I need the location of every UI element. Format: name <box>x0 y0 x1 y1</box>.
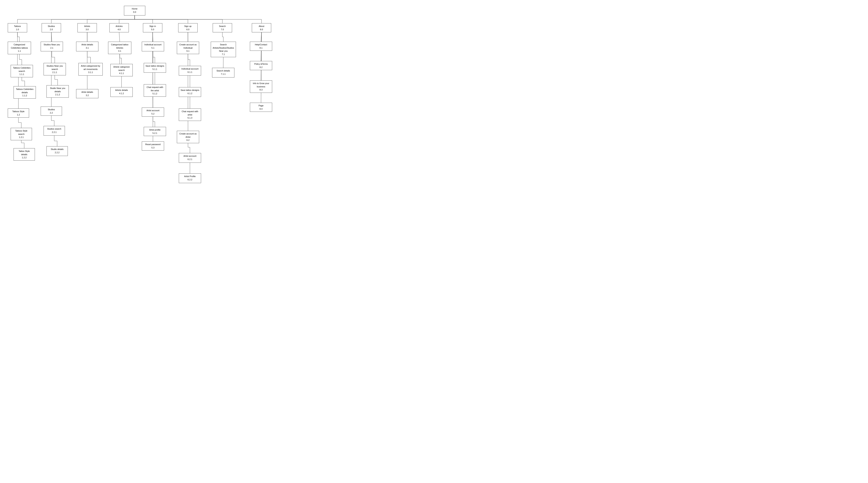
node-num: 5.1 <box>152 47 154 49</box>
node-help: Help/Contact8.1 <box>250 42 272 51</box>
node-num: 8.4 <box>259 108 262 110</box>
node-label: Studios search <box>47 128 61 130</box>
node-articles: Articles4.0 <box>110 23 129 32</box>
node-cat_celeb: Categorized Celebrities tattoos1.1 <box>8 42 31 54</box>
node-home: Home0.0 <box>124 6 145 16</box>
node-num: 6.1.1 <box>187 71 192 73</box>
node-num: 1.1 <box>18 50 21 52</box>
node-num: 6.2.1 <box>187 158 192 160</box>
node-num: 5.1.2 <box>152 92 157 95</box>
node-num: 1.2 <box>17 114 20 116</box>
node-artist_acct_62: Artist account6.2.1 <box>179 153 201 163</box>
node-label: Studio Near you details <box>50 87 65 93</box>
node-page: Page8.4 <box>250 103 272 112</box>
node-label: Save tattoo designs <box>146 65 164 67</box>
node-label: Tattoos Celebrities search <box>13 67 31 72</box>
node-num: 2.0 <box>50 28 53 31</box>
node-tattoo_celeb_s: Tattoos Celebrities search1.1.1 <box>11 65 33 77</box>
node-save_tattoo_61: Save tattoo designs6.1.2 <box>179 87 201 97</box>
node-tattoo_style: Tattoos Style1.2 <box>8 109 29 118</box>
node-label: Page <box>258 104 264 107</box>
node-num: 2.2.2 <box>55 151 59 154</box>
node-num: 4.1 <box>118 50 121 52</box>
node-label: Create account as Individual <box>179 43 196 49</box>
node-num: 2.2.1 <box>52 131 57 133</box>
node-tattoo_celeb_d: Tattoos Celebrities details1.1.2 <box>13 86 36 99</box>
svg-line-61 <box>119 32 120 42</box>
node-num: 3.1.1 <box>88 71 93 73</box>
node-label: Artist details <box>82 91 93 93</box>
node-label: Search <box>219 25 226 27</box>
node-studios: Studios2.0 <box>42 23 61 32</box>
node-chat_51: Chat request with the artist5.1.2 <box>144 84 166 97</box>
svg-line-42 <box>51 32 52 42</box>
node-label: Tattoos <box>14 25 21 27</box>
node-studios_near_s: Studios Near you search2.1.1 <box>43 63 66 76</box>
node-num: 2.1 <box>50 47 53 49</box>
node-label: Search details <box>217 69 230 72</box>
svg-line-97 <box>261 32 262 81</box>
node-label: Tattoos Style <box>12 110 25 113</box>
node-num: 2.1.1 <box>52 71 57 73</box>
node-artist_profile_52: Artist profile5.2.1 <box>144 127 166 136</box>
node-num: 0.0 <box>133 11 136 13</box>
node-label: Home <box>132 7 137 10</box>
node-create_indiv: Create account as Individual6.1 <box>177 42 199 54</box>
node-label: Articles <box>116 25 123 27</box>
node-artist_acct_52: Artist account5.2 <box>142 108 164 117</box>
node-num: 6.2.2 <box>187 178 192 181</box>
node-label: Article details <box>115 89 128 91</box>
node-studio_d: Studio details2.2.2 <box>46 146 68 156</box>
node-num: 5.2 <box>152 113 154 115</box>
node-studios2: Studios2.2 <box>41 107 62 116</box>
node-reset_pw: Reset password5.3 <box>142 142 164 151</box>
node-num: 8.3 <box>259 89 262 91</box>
node-label: Categorized Celebrities tattoos <box>11 43 28 49</box>
tree-diagram: Home0.0Tattoos1.0Studios2.0Artists3.0Art… <box>4 4 276 187</box>
node-label: Studios <box>48 25 55 27</box>
node-search_d: Search details7.1.1 <box>212 68 235 78</box>
node-article_cat_s: Article categorize search4.1.1 <box>111 64 133 76</box>
node-num: 6.1.3 <box>187 117 192 119</box>
node-label: Sign in <box>149 25 156 27</box>
node-label: Individual account <box>181 68 198 70</box>
node-label: Individual account <box>144 43 161 46</box>
node-tattoo_style_s: Tattoos Style search1.2.1 <box>11 128 32 140</box>
node-label: Reset password <box>145 143 161 146</box>
node-num: 4.1.2 <box>119 92 124 95</box>
node-artist_profile_62: Artist Profile6.2.2 <box>179 173 201 183</box>
node-num: 7.1.1 <box>221 73 225 75</box>
node-num: 6.0 <box>186 28 189 31</box>
node-tattoo_style_d: Tattoo Style details1.2.2 <box>13 148 35 161</box>
node-num: 1.2.2 <box>22 156 27 159</box>
node-num: 7.0 <box>221 28 224 31</box>
node-info: Info to Grow your business8.3 <box>250 81 272 93</box>
node-label: Create account as Artist <box>179 132 196 138</box>
node-label: Artist Profile <box>184 175 196 178</box>
node-save_tattoo_51: Save tattoo designs5.1.1 <box>144 63 166 73</box>
node-num: 5.1.1 <box>152 68 157 70</box>
node-num: 3.2 <box>86 94 89 96</box>
node-label: Artist profile <box>149 129 160 131</box>
node-num: 5.2.1 <box>152 132 157 134</box>
node-label: Chat request with artist <box>182 110 198 116</box>
node-label: Search Artists/Studios/Studios Near you <box>213 43 234 52</box>
node-search: Search7.0 <box>213 23 232 32</box>
node-num: 1.1.1 <box>19 73 24 76</box>
svg-line-95 <box>261 32 262 42</box>
node-artist_cat: Artist categorized by art movements3.1.1 <box>79 63 103 76</box>
node-num: 6.2 <box>187 139 189 141</box>
node-article_d: Article details4.1.2 <box>111 87 133 97</box>
node-policy: Policy &Terms8.2 <box>250 61 272 70</box>
node-indiv_acct_61: Individual account6.1.1 <box>179 66 201 76</box>
node-label: Studios <box>48 108 55 111</box>
node-label: Studio details <box>51 148 64 150</box>
node-label: Tattoo Style details <box>19 150 30 156</box>
node-num: 4.0 <box>118 28 121 31</box>
node-cat_articles: Categorized tattoo Articles4.1 <box>108 42 131 54</box>
node-label: Tattoos Style search <box>15 130 28 135</box>
node-label: Studios Near you search <box>46 65 63 70</box>
node-num: 2.2 <box>50 112 53 114</box>
node-label: About <box>259 25 265 27</box>
node-label: Tattoos Celebrities details <box>16 88 33 94</box>
